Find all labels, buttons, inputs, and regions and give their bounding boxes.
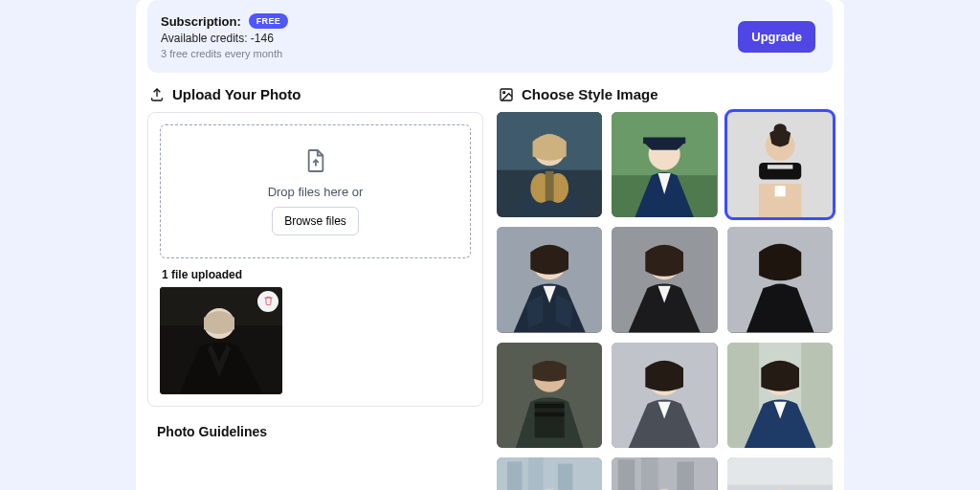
subscription-label: Subscription: — [161, 14, 241, 29]
style-option[interactable] — [727, 112, 833, 217]
subscription-info: Subscription: FREE Available credits: -1… — [161, 13, 288, 59]
upload-icon — [149, 87, 165, 102]
svg-point-28 — [769, 284, 791, 293]
style-option[interactable] — [612, 112, 717, 217]
credits-renewal-note: 3 free credits every month — [161, 48, 288, 59]
svg-rect-33 — [535, 412, 565, 416]
file-upload-icon — [305, 148, 326, 177]
style-option[interactable] — [497, 457, 602, 490]
style-grid — [497, 112, 833, 490]
style-option[interactable] — [727, 457, 833, 490]
style-option[interactable] — [497, 227, 602, 332]
svg-point-4 — [503, 91, 505, 93]
svg-point-17 — [773, 123, 786, 134]
svg-rect-42 — [528, 457, 543, 490]
style-option[interactable] — [612, 227, 717, 332]
trash-icon — [263, 295, 274, 309]
subscription-card: Subscription: FREE Available credits: -1… — [147, 0, 833, 73]
svg-rect-41 — [507, 461, 522, 490]
dropzone[interactable]: Drop files here or Browse files — [160, 124, 471, 258]
style-option[interactable] — [612, 457, 717, 490]
browse-files-button[interactable]: Browse files — [272, 207, 359, 235]
subscription-tier-badge: FREE — [249, 13, 288, 29]
svg-rect-51 — [727, 457, 833, 485]
svg-rect-47 — [641, 457, 658, 490]
upload-panel: Drop files here or Browse files 1 file u… — [147, 112, 483, 407]
uploaded-thumbnail[interactable] — [160, 287, 282, 394]
svg-rect-46 — [618, 459, 635, 490]
svg-rect-32 — [535, 404, 565, 408]
dropzone-text: Drop files here or — [268, 185, 364, 199]
svg-rect-43 — [558, 464, 572, 490]
svg-rect-21 — [774, 186, 785, 196]
svg-rect-48 — [678, 461, 695, 490]
style-option[interactable] — [497, 343, 602, 448]
svg-rect-19 — [768, 165, 792, 168]
image-icon — [499, 87, 514, 102]
style-option[interactable] — [497, 112, 602, 217]
style-option[interactable] — [727, 227, 833, 332]
available-credits: Available credits: -146 — [161, 32, 288, 45]
style-option[interactable] — [727, 343, 833, 448]
style-option[interactable] — [612, 343, 717, 448]
photo-guidelines-title: Photo Guidelines — [157, 424, 483, 439]
upgrade-button[interactable]: Upgrade — [738, 21, 815, 53]
svg-rect-10 — [546, 171, 554, 201]
svg-rect-14 — [643, 137, 685, 144]
uploaded-count: 1 file uploaded — [162, 268, 471, 281]
styles-section-title: Choose Style Image — [499, 86, 833, 102]
delete-upload-button[interactable] — [257, 291, 278, 312]
upload-section-title: Upload Your Photo — [149, 86, 483, 102]
